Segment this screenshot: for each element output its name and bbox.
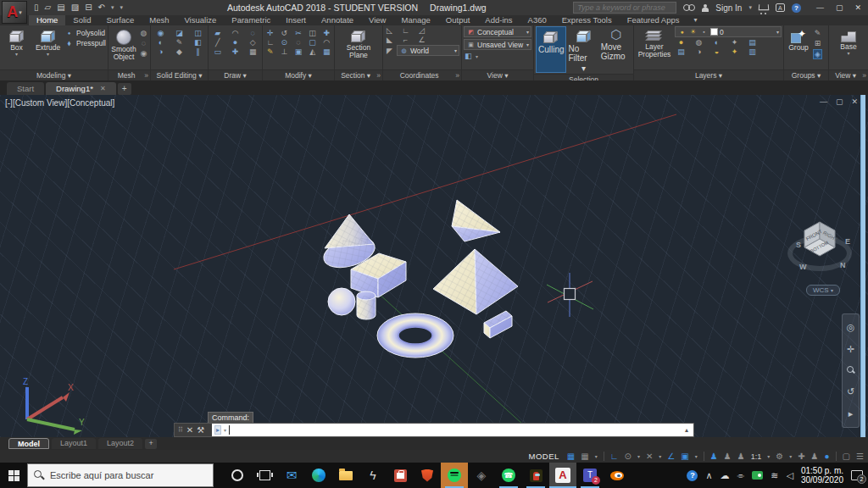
presspull-button[interactable]: ⬧ Presspull xyxy=(64,39,106,47)
smooth-object-button[interactable]: Smooth Object xyxy=(110,26,137,69)
slice-icon[interactable]: ◆ xyxy=(171,47,187,56)
command-close-icon[interactable]: ✕ xyxy=(186,425,193,435)
panel-label-draw[interactable]: Draw ▾ xyxy=(209,69,262,80)
tab-visualize[interactable]: Visualize xyxy=(176,15,224,25)
ortho-mode-icon[interactable]: ∟ xyxy=(610,450,619,463)
keyword-search-input[interactable] xyxy=(573,2,676,14)
ucs-view-icon[interactable]: ∠ xyxy=(417,36,426,44)
layer-freeze-icon[interactable]: ◐ xyxy=(712,38,721,47)
taskbar-clock[interactable]: 01:50 p. m. 30/09/2020 xyxy=(801,466,843,485)
layer-lock-tool-icon[interactable]: ✦ xyxy=(730,38,739,47)
group-selection-on-icon[interactable]: ◈ xyxy=(813,49,822,59)
panel-label-view[interactable]: View ▾ xyxy=(462,69,533,80)
object-snap-tracking-icon[interactable]: ∠ xyxy=(667,450,675,463)
layer-off-icon[interactable]: ● xyxy=(676,38,686,47)
intersect-icon[interactable]: ◑ xyxy=(153,47,169,56)
separate-icon[interactable]: ∥ xyxy=(190,47,206,56)
point-icon[interactable]: ● xyxy=(228,38,243,47)
sign-in-person-icon[interactable] xyxy=(702,4,709,12)
align-icon[interactable]: ⊥ xyxy=(279,47,291,56)
annotation-monitor-icon[interactable]: ✚ xyxy=(798,450,804,463)
vp-close-icon[interactable]: ✕ xyxy=(851,97,858,106)
action-center-icon[interactable]: 2 xyxy=(851,470,863,480)
layer-merge-icon[interactable]: ▥ xyxy=(748,47,757,56)
command-grip-icon[interactable]: ⠿ xyxy=(178,426,183,434)
vp-restore-icon[interactable]: ▢ xyxy=(836,97,843,106)
polygon-icon[interactable]: ◇ xyxy=(245,38,260,47)
zoom-icon[interactable] xyxy=(847,366,855,374)
ribbon-display-toggle-icon[interactable]: ▾ xyxy=(694,15,698,25)
panel-label-groups[interactable]: Groups ▾ xyxy=(784,69,828,80)
undo-icon[interactable]: ↶ xyxy=(98,0,105,15)
new-drawing-tab-button[interactable]: + xyxy=(118,83,131,95)
array-rect-icon[interactable]: ▦ xyxy=(320,47,332,56)
offset-icon[interactable]: ▣ xyxy=(292,47,304,56)
annotation-visibility-icon[interactable]: ♟ xyxy=(710,450,718,463)
mirror-icon[interactable]: ◠ xyxy=(320,38,332,47)
layer-previous-icon[interactable]: ✦ xyxy=(730,47,739,56)
subtract-icon[interactable]: ◐ xyxy=(153,38,169,47)
panel-label-solid-editing[interactable]: Solid Editing ▾ xyxy=(151,69,208,80)
small-pyramid-shape[interactable] xyxy=(452,200,500,241)
help-icon[interactable]: ? xyxy=(792,3,801,13)
open-file-icon[interactable]: ▱ xyxy=(45,0,52,15)
among-us-button[interactable] xyxy=(522,463,549,488)
screen-recorder-icon[interactable] xyxy=(752,471,763,480)
command-input[interactable]: ▸ ▾ ▴ xyxy=(212,424,693,436)
ucs-icon[interactable]: ◺ xyxy=(385,26,394,35)
blender-button[interactable] xyxy=(604,463,631,488)
annotation-scale-icon[interactable]: ♟ xyxy=(737,450,745,463)
mesh-refine-icon[interactable]: ◍ xyxy=(139,29,148,37)
match-layer-icon[interactable]: ▤ xyxy=(676,47,686,56)
trim-icon[interactable]: ✂ xyxy=(292,29,304,37)
ucs-dropdown[interactable]: ◍ World ▾ xyxy=(397,45,459,56)
panel-label-modify[interactable]: Modify ▾ xyxy=(263,69,334,80)
slab-shape[interactable] xyxy=(484,311,512,338)
annotation-scale-value[interactable]: 1:1 xyxy=(751,452,762,461)
panel-label-section[interactable]: Section ▾ » xyxy=(335,69,382,80)
command-bar-handle[interactable]: ⠿ ✕ ⚒ xyxy=(175,424,212,436)
tab-featured-apps[interactable]: Featured Apps xyxy=(620,15,687,25)
onedrive-cloud-icon[interactable]: ☁ xyxy=(720,470,729,481)
wifi-icon[interactable]: ≋ xyxy=(771,470,778,481)
view-dropdown[interactable]: ▣ Unsaved View ▾ xyxy=(464,39,531,50)
visual-style-dropdown[interactable]: ◩ Conceptual ▾ xyxy=(464,26,531,37)
panel-label-selection[interactable]: Selection xyxy=(534,74,633,80)
tab-insert[interactable]: Insert xyxy=(278,15,314,25)
tab-manage[interactable]: Manage xyxy=(393,15,437,25)
qat-customize-caret-icon[interactable]: ▾ xyxy=(120,0,123,15)
workspace-caret-icon[interactable]: ▾ xyxy=(789,453,792,459)
edge-button[interactable] xyxy=(305,463,332,488)
close-button[interactable]: ✕ xyxy=(854,3,861,12)
explode-icon[interactable]: ▢ xyxy=(307,38,319,47)
polar-tracking-icon[interactable]: ⊙ xyxy=(625,450,632,463)
viewport-scrollbar[interactable] xyxy=(860,95,865,437)
plot-icon[interactable]: ⊟ xyxy=(85,0,92,15)
circle-icon[interactable]: ◌ xyxy=(245,29,260,37)
tab-mesh[interactable]: Mesh xyxy=(142,15,176,25)
layer-dropdown[interactable]: ● ☀ ▪ 0 ▾ xyxy=(675,26,782,37)
make-current-icon[interactable]: ▤ xyxy=(748,38,757,47)
graphics-performance-icon[interactable]: ● xyxy=(825,450,830,463)
stretch-icon[interactable]: ✚ xyxy=(320,29,332,37)
cylinder-shape[interactable] xyxy=(357,291,376,319)
ucs-object-icon[interactable]: ⌐ xyxy=(401,36,410,44)
tab-home[interactable]: Home xyxy=(29,15,65,25)
line-icon[interactable]: ╱ xyxy=(210,38,225,47)
file-tab-start[interactable]: Start xyxy=(7,82,44,95)
box-button[interactable]: Box ▾ xyxy=(2,26,31,69)
tab-layout2[interactable]: Layout2 xyxy=(98,438,142,449)
model-space-toggle[interactable]: MODEL xyxy=(528,452,559,461)
tab-express-tools[interactable]: Express Tools xyxy=(554,15,620,25)
sign-in-label[interactable]: Sign In xyxy=(715,3,742,13)
navigation-wheel-icon[interactable]: ◎ xyxy=(847,323,855,332)
command-history-toggle-icon[interactable]: ▴ xyxy=(685,424,691,436)
pyramid-shape[interactable] xyxy=(433,249,518,314)
redo-caret-icon[interactable]: ▾ xyxy=(111,0,114,15)
panel-label-modeling[interactable]: Modeling ▾ xyxy=(0,69,108,80)
spotify-button[interactable] xyxy=(441,463,468,488)
teams-button[interactable]: T2 xyxy=(576,463,604,488)
pan-icon[interactable]: ✛ xyxy=(847,345,854,354)
cortana-button[interactable] xyxy=(224,463,251,488)
tab-a360[interactable]: A360 xyxy=(520,15,554,25)
